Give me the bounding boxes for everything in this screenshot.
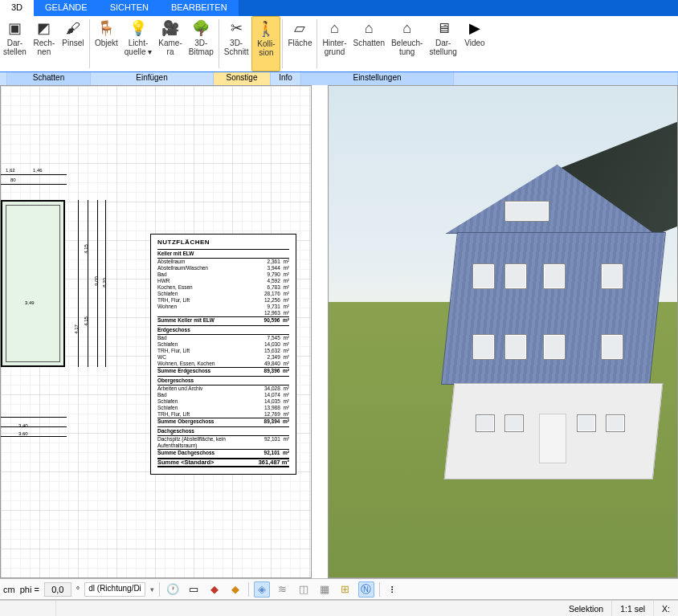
option-bar: cm phi = ° dl (Richtung/Di ▾ 🕐 ▭ ◆ ◆ ◈ ≋… — [0, 578, 678, 600]
area-row: Bad14,074 m² — [157, 392, 289, 398]
area-row: Schlafen28,176 m² — [157, 291, 289, 297]
area-row: WC2,349 m² — [157, 354, 289, 361]
chair-icon: 🪑 — [97, 19, 115, 37]
area-section-sum: Summe Obergeschoss89,394 m² — [157, 418, 289, 425]
splitter[interactable] — [312, 85, 328, 578]
status-bar: Selektion 1:1 sel X: — [0, 600, 678, 616]
area-row: Kochen, Essen6,783 m² — [157, 284, 289, 291]
wall — [441, 232, 666, 385]
deg-label: ° — [76, 585, 80, 594]
btn-kollision[interactable]: 🚶Kolli- sion — [251, 16, 280, 71]
btn-3d-schnitt[interactable]: ✂3D- Schnitt — [221, 16, 252, 71]
dl-dropdown[interactable]: dl (Richtung/Di — [84, 582, 145, 597]
area-row: HWR4,592 m² — [157, 278, 289, 284]
bulb-icon: 💡 — [129, 19, 147, 37]
door — [539, 414, 566, 463]
area-row: Bad7,545 m² — [157, 335, 289, 341]
tree-icon: 🌳 — [192, 19, 210, 37]
group-einstellungen: Einstellungen — [301, 72, 454, 85]
btn-pinsel[interactable]: 🖌Pinsel — [59, 16, 88, 71]
layers-a-icon[interactable]: ◆ — [206, 581, 223, 598]
btn-schatten[interactable]: ⌂Schatten — [349, 16, 387, 71]
area-table: NUTZFLÄCHEN Keller mit ELWAbstellraum2,3… — [150, 234, 296, 475]
clock-icon[interactable]: 🕐 — [165, 581, 181, 598]
dim-label: 3,40 — [18, 423, 28, 428]
btn-hintergrund[interactable]: ⌂Hinter- grund — [319, 16, 349, 71]
tab-3d[interactable]: 3D — [0, 0, 34, 16]
group-info: Info — [271, 72, 301, 85]
monitor-icon: 🖥 — [435, 19, 452, 37]
tool-hatch-icon[interactable]: ▦ — [317, 581, 333, 598]
cube-shadow-icon: ◩ — [35, 19, 53, 37]
ribbon-groups: Schatten Einfügen Sonstige Info Einstell… — [0, 72, 678, 85]
tool-cube-icon[interactable]: ◈ — [254, 581, 270, 598]
area-section-header: Keller mit ELW — [157, 249, 289, 259]
status-left — [0, 601, 56, 616]
area-row: Dachspitz (Abstellfläche, kein Aufenthal… — [157, 436, 289, 449]
tool-north-icon[interactable]: Ⓝ — [358, 581, 374, 598]
btn-video[interactable]: ▶Video — [460, 16, 489, 71]
area-section-sum: Summe Erdgeschoss89,396 m² — [157, 367, 289, 374]
tool-grid-icon[interactable]: ⊞ — [337, 581, 353, 598]
dim-label: 3,49 — [25, 300, 35, 305]
dim-label: 80 — [10, 177, 16, 182]
tab-sichten[interactable]: SICHTEN — [99, 0, 160, 16]
phi-input[interactable] — [44, 582, 71, 597]
window — [473, 335, 494, 359]
house-model[interactable] — [449, 134, 678, 479]
btn-flaeche[interactable]: ▱Fläche — [284, 16, 315, 71]
window — [544, 264, 565, 288]
tab-gelaende[interactable]: GELÄNDE — [34, 0, 99, 16]
floorplan-shape[interactable] — [1, 200, 65, 367]
area-row: Bad9,790 m² — [157, 271, 289, 278]
area-section-header: Obergeschoss — [157, 376, 289, 386]
btn-darstellung[interactable]: 🖥Dar- stellung — [426, 16, 459, 71]
group-einfuegen: Einfügen — [91, 72, 214, 85]
dim-label: 1,62 — [6, 168, 15, 173]
window — [476, 415, 494, 431]
3d-view[interactable] — [328, 85, 678, 578]
cube-icon: ▣ — [6, 19, 23, 37]
window — [505, 335, 526, 359]
tab-bearbeiten[interactable]: BEARBEITEN — [160, 0, 239, 16]
group-schatten: Schatten — [7, 72, 91, 85]
brush-icon: 🖌 — [64, 19, 82, 37]
area-row: TRH, Flur, Lift12,769 m² — [157, 411, 289, 418]
plan-view[interactable]: 1,62 1,46 80 9,00 8,20 3,49 4,17 4,15 4,… — [0, 85, 312, 578]
btn-kamera[interactable]: 🎥Kame- ra — [155, 16, 185, 71]
area-row: Abstellraum2,361 m² — [157, 259, 289, 265]
person-icon: 🚶 — [257, 20, 275, 38]
tool-stack-icon[interactable]: ≋ — [275, 581, 291, 598]
house-bg-icon: ⌂ — [325, 19, 343, 37]
btn-beleuchtung[interactable]: ⌂Beleuch- tung — [388, 16, 426, 71]
area-row: Schlafen14,030 m² — [157, 341, 289, 348]
btn-objekt[interactable]: 🪑Objekt — [92, 16, 121, 71]
status-x: X: — [654, 601, 678, 616]
btn-rechnen[interactable]: ◩Rech- nen — [30, 16, 59, 71]
window — [602, 264, 623, 288]
btn-3d-bitmap[interactable]: 🌳3D- Bitmap — [186, 16, 217, 71]
info-icon[interactable]: ⫶ — [385, 581, 401, 598]
window — [544, 335, 565, 359]
dim-label: 1,46 — [33, 168, 43, 173]
area-row: Wohnen9,731 m² — [157, 304, 289, 310]
layers-b-icon[interactable]: ◆ — [227, 581, 243, 598]
window — [505, 415, 523, 431]
unit-label: cm — [3, 585, 15, 594]
window — [607, 415, 624, 431]
area-row: 12,963 m² — [157, 310, 289, 316]
area-section-sum: Summe Dachgeschoss92,101 m² — [157, 449, 289, 456]
workspace: 1,62 1,46 80 9,00 8,20 3,49 4,17 4,15 4,… — [0, 85, 678, 578]
area-row: TRH, Flur, Lift12,256 m² — [157, 297, 289, 304]
window — [505, 264, 526, 288]
group-sonstige: Sonstige — [214, 72, 271, 85]
dropdown-chevron-icon[interactable]: ▾ — [150, 585, 154, 594]
tool-section-icon[interactable]: ◫ — [296, 581, 312, 598]
window — [505, 202, 549, 221]
btn-darstellen[interactable]: ▣Dar- stellen — [0, 16, 30, 71]
status-scale: 1:1 sel — [612, 601, 654, 616]
btn-lichtquelle[interactable]: 💡Licht- quelle ▾ — [121, 16, 155, 71]
area-row: Abstellraum/Waschen3,944 m² — [157, 265, 289, 271]
section-icon: ✂ — [227, 19, 245, 37]
screen-icon[interactable]: ▭ — [186, 581, 202, 598]
